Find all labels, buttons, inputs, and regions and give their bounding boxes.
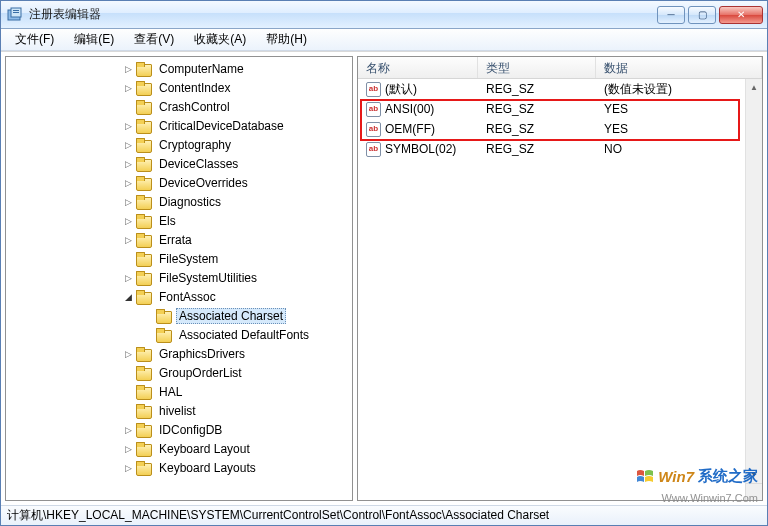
folder-icon bbox=[136, 81, 152, 95]
tree-item[interactable]: CrashControl bbox=[10, 97, 352, 116]
menu-file[interactable]: 文件(F) bbox=[5, 29, 64, 50]
folder-icon bbox=[156, 328, 172, 342]
tree-pane[interactable]: ▷ComputerName▷ContentIndexCrashControl▷C… bbox=[5, 56, 353, 501]
no-toggle bbox=[142, 310, 154, 322]
tree-item-label: HAL bbox=[156, 384, 185, 400]
folder-icon bbox=[136, 442, 152, 456]
tree-item[interactable]: ▷Keyboard Layout bbox=[10, 439, 352, 458]
tree-item-label: Cryptography bbox=[156, 137, 234, 153]
folder-icon bbox=[136, 119, 152, 133]
tree-item-label: hivelist bbox=[156, 403, 199, 419]
tree-item[interactable]: ▷ComputerName bbox=[10, 59, 352, 78]
folder-icon bbox=[136, 423, 152, 437]
tree-item-label: FileSystemUtilities bbox=[156, 270, 260, 286]
maximize-button[interactable]: ▢ bbox=[688, 6, 716, 24]
list-scrollbar[interactable]: ▲ ▼ bbox=[745, 79, 762, 483]
tree-item-label: CriticalDeviceDatabase bbox=[156, 118, 287, 134]
tree-item-label: Keyboard Layout bbox=[156, 441, 253, 457]
values-pane[interactable]: 名称 类型 数据 ab(默认)REG_SZ(数值未设置)abANSI(00)RE… bbox=[357, 56, 763, 501]
folder-icon bbox=[136, 252, 152, 266]
expand-icon[interactable]: ▷ bbox=[122, 348, 134, 360]
tree-item-label: Associated DefaultFonts bbox=[176, 327, 312, 343]
no-toggle bbox=[142, 329, 154, 341]
expand-icon[interactable]: ▷ bbox=[122, 234, 134, 246]
app-icon bbox=[7, 7, 23, 23]
tree-item[interactable]: ▷ContentIndex bbox=[10, 78, 352, 97]
tree-item[interactable]: HAL bbox=[10, 382, 352, 401]
tree-item[interactable]: ▷FileSystemUtilities bbox=[10, 268, 352, 287]
tree-item[interactable]: ▷Cryptography bbox=[10, 135, 352, 154]
tree-item[interactable]: hivelist bbox=[10, 401, 352, 420]
tree-item[interactable]: ▷CriticalDeviceDatabase bbox=[10, 116, 352, 135]
menu-view[interactable]: 查看(V) bbox=[124, 29, 184, 50]
expand-icon[interactable]: ▷ bbox=[122, 139, 134, 151]
folder-icon bbox=[136, 347, 152, 361]
folder-icon bbox=[156, 309, 172, 323]
tree-item[interactable]: ▷DeviceClasses bbox=[10, 154, 352, 173]
value-row[interactable]: abANSI(00)REG_SZYES bbox=[358, 99, 762, 119]
col-name[interactable]: 名称 bbox=[358, 57, 478, 78]
tree-item[interactable]: ▷Keyboard Layouts bbox=[10, 458, 352, 477]
expand-icon[interactable]: ▷ bbox=[122, 63, 134, 75]
tree-item-label: ComputerName bbox=[156, 61, 247, 77]
value-name: ANSI(00) bbox=[385, 102, 434, 116]
tree-item[interactable]: ▷GraphicsDrivers bbox=[10, 344, 352, 363]
expand-icon[interactable]: ▷ bbox=[122, 272, 134, 284]
tree-item[interactable]: ▷DeviceOverrides bbox=[10, 173, 352, 192]
no-toggle bbox=[122, 367, 134, 379]
scroll-down-icon[interactable]: ▼ bbox=[746, 466, 762, 483]
folder-icon bbox=[136, 366, 152, 380]
col-type[interactable]: 类型 bbox=[478, 57, 596, 78]
minimize-button[interactable]: ─ bbox=[657, 6, 685, 24]
folder-icon bbox=[136, 157, 152, 171]
value-data: YES bbox=[596, 102, 762, 116]
expand-icon[interactable]: ▷ bbox=[122, 177, 134, 189]
folder-icon bbox=[136, 233, 152, 247]
menubar: 文件(F) 编辑(E) 查看(V) 收藏夹(A) 帮助(H) bbox=[1, 29, 767, 51]
col-data[interactable]: 数据 bbox=[596, 57, 762, 78]
tree-item[interactable]: GroupOrderList bbox=[10, 363, 352, 382]
tree-item[interactable]: ▷Diagnostics bbox=[10, 192, 352, 211]
tree-item[interactable]: ▷Errata bbox=[10, 230, 352, 249]
scroll-up-icon[interactable]: ▲ bbox=[746, 79, 762, 96]
expand-icon[interactable]: ▷ bbox=[122, 120, 134, 132]
value-row[interactable]: ab(默认)REG_SZ(数值未设置) bbox=[358, 79, 762, 99]
expand-icon[interactable]: ▷ bbox=[122, 424, 134, 436]
folder-icon bbox=[136, 138, 152, 152]
expand-icon[interactable]: ▷ bbox=[122, 196, 134, 208]
titlebar[interactable]: 注册表编辑器 ─ ▢ ✕ bbox=[1, 1, 767, 29]
expand-icon[interactable]: ▷ bbox=[122, 462, 134, 474]
value-data: YES bbox=[596, 122, 762, 136]
tree-item[interactable]: ▷Els bbox=[10, 211, 352, 230]
folder-icon bbox=[136, 404, 152, 418]
svg-rect-2 bbox=[13, 10, 19, 11]
value-row[interactable]: abSYMBOL(02)REG_SZNO bbox=[358, 139, 762, 159]
tree-item[interactable]: Associated Charset bbox=[10, 306, 352, 325]
value-data: (数值未设置) bbox=[596, 81, 762, 98]
tree-item[interactable]: FileSystem bbox=[10, 249, 352, 268]
value-name: (默认) bbox=[385, 81, 417, 98]
tree-item[interactable]: Associated DefaultFonts bbox=[10, 325, 352, 344]
tree-item-label: FontAssoc bbox=[156, 289, 219, 305]
value-type: REG_SZ bbox=[478, 82, 596, 96]
tree-item-label: GraphicsDrivers bbox=[156, 346, 248, 362]
close-button[interactable]: ✕ bbox=[719, 6, 763, 24]
menu-favorites[interactable]: 收藏夹(A) bbox=[184, 29, 256, 50]
tree-item[interactable]: ▷IDConfigDB bbox=[10, 420, 352, 439]
folder-icon bbox=[136, 290, 152, 304]
menu-edit[interactable]: 编辑(E) bbox=[64, 29, 124, 50]
expand-icon[interactable]: ▷ bbox=[122, 82, 134, 94]
string-value-icon: ab bbox=[366, 82, 381, 97]
no-toggle bbox=[122, 386, 134, 398]
expand-icon[interactable]: ▷ bbox=[122, 158, 134, 170]
collapse-icon[interactable]: ◢ bbox=[122, 291, 134, 303]
tree-item-label: CrashControl bbox=[156, 99, 233, 115]
menu-help[interactable]: 帮助(H) bbox=[256, 29, 317, 50]
tree-item[interactable]: ◢FontAssoc bbox=[10, 287, 352, 306]
expand-icon[interactable]: ▷ bbox=[122, 215, 134, 227]
value-data: NO bbox=[596, 142, 762, 156]
tree-item-label: ContentIndex bbox=[156, 80, 233, 96]
expand-icon[interactable]: ▷ bbox=[122, 443, 134, 455]
folder-icon bbox=[136, 271, 152, 285]
value-row[interactable]: abOEM(FF)REG_SZYES bbox=[358, 119, 762, 139]
